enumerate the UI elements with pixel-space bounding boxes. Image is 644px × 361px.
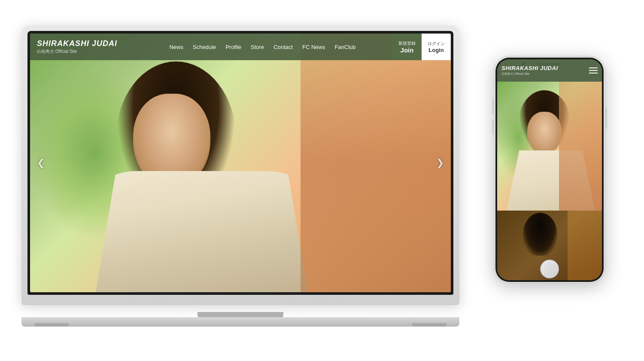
phone-hero-warm <box>559 82 602 211</box>
join-label-bottom: Join <box>401 46 414 54</box>
nav-link-fc-news[interactable]: FC News <box>302 44 325 50</box>
scene: SHIRAKASHI JUDAI 白柏寿大 Official Site News… <box>0 0 644 361</box>
phone-device: SHIRAKASHI JUDAI 白柏寿大 Official Site <box>494 56 605 284</box>
nav-link-fanclub[interactable]: FanClub <box>334 44 355 50</box>
phone-logo-sub: 白柏寿大 Official Site <box>501 72 558 76</box>
laptop-foot-right <box>412 323 447 327</box>
phone-second-warm <box>568 211 602 280</box>
laptop-lid: SHIRAKASHI JUDAI 白柏寿大 Official Site News… <box>21 26 459 305</box>
hamburger-menu[interactable] <box>589 67 598 73</box>
nav-links: News Schedule Profile Store Contact FC N… <box>124 44 392 50</box>
laptop-device: SHIRAKASHI JUDAI 白柏寿大 Official Site News… <box>21 26 459 327</box>
phone-hero <box>497 82 602 211</box>
site-logo: SHIRAKASHI JUDAI 白柏寿大 Official Site <box>30 36 124 58</box>
phone-inner: SHIRAKASHI JUDAI 白柏寿大 Official Site <box>495 58 604 282</box>
phone-second-head <box>523 213 557 256</box>
hamburger-line-1 <box>589 67 598 68</box>
phone-logo: SHIRAKASHI JUDAI 白柏寿大 Official Site <box>501 65 558 76</box>
nav-link-schedule[interactable]: Schedule <box>193 44 216 50</box>
nav-link-contact[interactable]: Contact <box>273 44 293 50</box>
hamburger-line-2 <box>589 70 598 71</box>
join-button[interactable]: 新規登録 Join <box>392 34 422 60</box>
laptop-bezel: SHIRAKASHI JUDAI 白柏寿大 Official Site News… <box>27 31 453 295</box>
phone-power-button <box>605 107 607 129</box>
carousel-arrow-left[interactable]: ❮ <box>34 156 47 169</box>
phone-logo-title: SHIRAKASHI JUDAI <box>501 65 558 72</box>
hero-background <box>30 34 451 292</box>
nav-actions: 新規登録 Join ログイン Login <box>392 34 451 60</box>
nav-link-news[interactable]: News <box>169 44 183 50</box>
site-logo-title: SHIRAKASHI JUDAI <box>37 39 117 49</box>
hamburger-line-3 <box>589 73 598 73</box>
laptop-base <box>21 317 459 327</box>
phone-volume-up <box>492 99 494 114</box>
phone-volume-down <box>492 119 494 135</box>
phone-home-button[interactable] <box>540 260 559 278</box>
join-label-top: 新規登録 <box>398 40 416 46</box>
warm-right-bg <box>301 34 451 292</box>
phone-hero-face <box>527 112 562 155</box>
laptop-foot-left <box>34 323 69 327</box>
site-logo-sub: 白柏寿大 Official Site <box>37 49 117 55</box>
phone-nav: SHIRAKASHI JUDAI 白柏寿大 Official Site <box>497 59 602 82</box>
login-label-bottom: Login <box>428 47 444 53</box>
login-label-top: ログイン <box>428 41 445 47</box>
nav-link-store[interactable]: Store <box>251 44 264 50</box>
phone-outer: SHIRAKASHI JUDAI 白柏寿大 Official Site <box>494 56 605 284</box>
laptop-screen: SHIRAKASHI JUDAI 白柏寿大 Official Site News… <box>30 34 451 292</box>
site-nav: SHIRAKASHI JUDAI 白柏寿大 Official Site News… <box>30 34 451 60</box>
person-jacket <box>94 171 309 292</box>
login-button[interactable]: ログイン Login <box>422 34 451 60</box>
phone-screen: SHIRAKASHI JUDAI 白柏寿大 Official Site <box>497 59 602 280</box>
nav-link-profile[interactable]: Profile <box>225 44 241 50</box>
laptop-hinge <box>197 312 283 317</box>
carousel-arrow-right[interactable]: ❯ <box>434 156 447 169</box>
